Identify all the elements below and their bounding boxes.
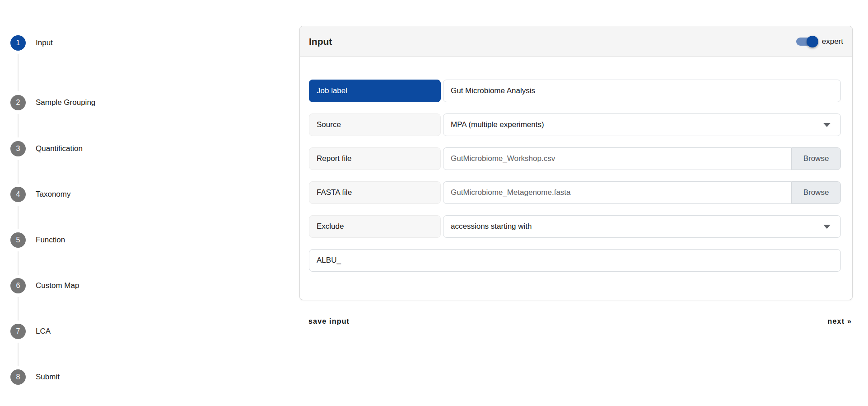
step-label: Sample Grouping — [36, 98, 95, 107]
toggle-switch-icon[interactable] — [796, 38, 817, 46]
step-label: Function — [36, 236, 65, 245]
stepper-step-function[interactable]: 5 Function — [10, 232, 65, 248]
exclude-select[interactable]: accessions starting with — [443, 215, 841, 238]
expert-toggle-label: expert — [822, 37, 843, 46]
panel-body: Job label Source MPA (multiple experimen… — [300, 57, 852, 272]
step-number-badge: 5 — [10, 232, 26, 248]
step-number-badge: 6 — [10, 278, 26, 293]
stepper-step-submit[interactable]: 8 Submit — [10, 369, 60, 385]
step-number-badge: 7 — [10, 324, 26, 339]
chevron-down-icon — [823, 123, 831, 127]
input-panel: Input expert Job label Source MPA (multi… — [299, 26, 853, 300]
step-label: Submit — [36, 373, 60, 382]
report-file-field-label: Report file — [309, 147, 441, 170]
toggle-knob-icon — [807, 36, 818, 47]
exclude-field-label: Exclude — [309, 215, 441, 238]
step-label: Custom Map — [36, 281, 79, 290]
panel-title: Input — [309, 36, 332, 47]
expert-toggle[interactable]: expert — [796, 37, 843, 46]
fasta-file-row: FASTA file Browse — [309, 181, 841, 204]
chevron-down-icon — [823, 225, 831, 229]
save-input-button[interactable]: save input — [308, 317, 350, 326]
fasta-file-group: Browse — [443, 181, 841, 204]
report-file-row: Report file Browse — [309, 147, 841, 170]
report-file-browse-button[interactable]: Browse — [791, 147, 841, 170]
step-label: Input — [36, 38, 53, 47]
stepper-step-sample-grouping[interactable]: 2 Sample Grouping — [10, 95, 95, 110]
fasta-file-input[interactable] — [443, 181, 791, 204]
stepper-step-custom-map[interactable]: 6 Custom Map — [10, 278, 79, 293]
step-number-badge: 4 — [10, 187, 26, 202]
step-number-badge: 8 — [10, 369, 26, 385]
job-label-row: Job label — [309, 80, 841, 102]
step-label: LCA — [36, 327, 51, 336]
job-label-field-label: Job label — [309, 80, 441, 102]
source-selected-value: MPA (multiple experiments) — [451, 120, 544, 129]
fasta-file-field-label: FASTA file — [309, 181, 441, 204]
exclude-selected-value: accessions starting with — [451, 222, 532, 231]
stepper-step-input[interactable]: 1 Input — [10, 35, 53, 51]
step-number-badge: 1 — [10, 35, 26, 51]
form-actions: save input next » — [299, 317, 853, 326]
stepper-step-quantification[interactable]: 3 Quantification — [10, 141, 83, 156]
job-label-input[interactable] — [443, 80, 841, 102]
exclude-row: Exclude accessions starting with — [309, 215, 841, 238]
source-select[interactable]: MPA (multiple experiments) — [443, 113, 841, 136]
wizard-stepper: 1 Input 2 Sample Grouping 3 Quantificati… — [0, 0, 190, 406]
panel-header: Input expert — [300, 26, 852, 57]
step-label: Quantification — [36, 144, 83, 153]
step-number-badge: 3 — [10, 141, 26, 156]
step-label: Taxonomy — [36, 190, 70, 199]
stepper-step-taxonomy[interactable]: 4 Taxonomy — [10, 187, 70, 202]
next-button[interactable]: next » — [828, 317, 852, 326]
source-row: Source MPA (multiple experiments) — [309, 113, 841, 136]
fasta-file-browse-button[interactable]: Browse — [791, 181, 841, 204]
step-number-badge: 2 — [10, 95, 26, 110]
exclude-pattern-row — [309, 249, 841, 272]
stepper-step-lca[interactable]: 7 LCA — [10, 324, 51, 339]
report-file-input[interactable] — [443, 147, 791, 170]
source-field-label: Source — [309, 113, 441, 136]
report-file-group: Browse — [443, 147, 841, 170]
exclude-pattern-input[interactable] — [309, 249, 841, 272]
